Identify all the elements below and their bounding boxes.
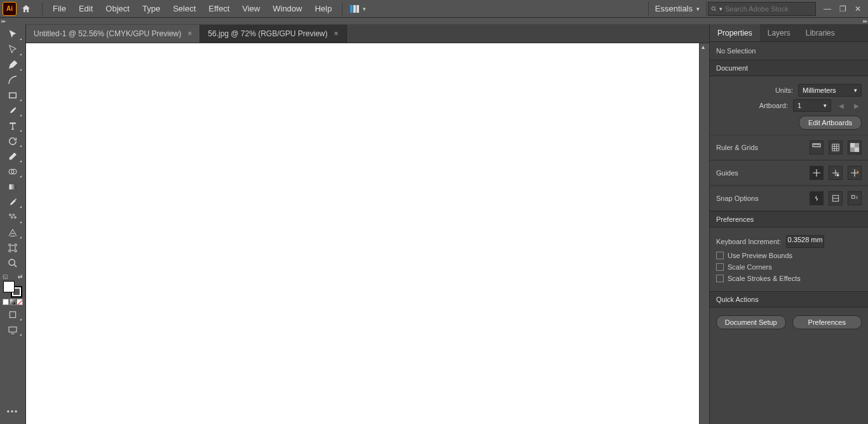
pen-tool[interactable] bbox=[3, 57, 23, 72]
search-stock-box[interactable]: ▾ bbox=[708, 2, 816, 16]
artboard-tool[interactable] bbox=[3, 240, 23, 255]
edit-artboards-button[interactable]: Edit Artboards bbox=[799, 116, 862, 130]
fill-color[interactable] bbox=[3, 281, 15, 292]
color-mode-gradient[interactable] bbox=[10, 299, 16, 305]
home-button[interactable] bbox=[18, 1, 34, 17]
checkbox-icon bbox=[716, 252, 724, 259]
edit-toolbar-button[interactable]: ••• bbox=[4, 405, 22, 419]
color-controls: ◱ ⇄ bbox=[2, 272, 24, 306]
collapse-panel-icon[interactable]: ▸▸ bbox=[863, 18, 867, 24]
selection-status: No Selection bbox=[716, 47, 756, 55]
keyboard-increment-input[interactable]: 0.3528 mm bbox=[786, 235, 824, 248]
transparency-grid-icon[interactable] bbox=[848, 140, 862, 154]
draw-mode-row bbox=[3, 299, 23, 305]
paintbrush-tool[interactable] bbox=[3, 103, 23, 118]
color-mode-none[interactable] bbox=[17, 299, 23, 305]
svg-rect-18 bbox=[855, 147, 859, 152]
svg-rect-5 bbox=[10, 184, 17, 189]
grid-icon[interactable] bbox=[829, 140, 843, 154]
menu-effect[interactable]: Effect bbox=[202, 1, 236, 16]
curvature-tool[interactable] bbox=[3, 72, 23, 87]
symbol-sprayer-tool[interactable] bbox=[3, 210, 23, 224]
search-input[interactable] bbox=[725, 5, 813, 13]
default-colors-icon[interactable]: ◱ bbox=[3, 273, 8, 280]
zoom-tool[interactable] bbox=[3, 256, 23, 270]
snap-options-label: Snap Options bbox=[716, 195, 759, 202]
gradient-tool[interactable] bbox=[3, 179, 23, 194]
svg-rect-14 bbox=[9, 327, 17, 332]
swap-colors-icon[interactable]: ⇄ bbox=[18, 273, 23, 280]
menu-view[interactable]: View bbox=[236, 1, 266, 16]
chevron-down-icon: ▾ bbox=[824, 102, 827, 109]
chevron-down-icon: ▾ bbox=[696, 6, 700, 12]
menu-object[interactable]: Object bbox=[99, 1, 136, 16]
panel-tab-libraries[interactable]: Libraries bbox=[798, 24, 843, 41]
panel-tab-layers[interactable]: Layers bbox=[760, 24, 798, 41]
close-icon[interactable]: × bbox=[187, 29, 192, 38]
separator bbox=[342, 3, 342, 15]
maximize-button[interactable]: ❐ bbox=[835, 3, 850, 15]
separator bbox=[42, 3, 43, 15]
svg-point-0 bbox=[712, 6, 715, 10]
selection-tool[interactable] bbox=[3, 27, 23, 41]
document-tab-bar: Untitled-1 @ 52.56% (CMYK/GPU Preview) ×… bbox=[26, 24, 709, 43]
rotate-tool[interactable] bbox=[3, 133, 23, 148]
svg-rect-21 bbox=[851, 195, 855, 198]
close-button[interactable]: ✕ bbox=[850, 3, 865, 15]
menu-window[interactable]: Window bbox=[266, 1, 308, 16]
document-tab[interactable]: Untitled-1 @ 52.56% (CMYK/GPU Preview) × bbox=[26, 25, 200, 43]
arrange-documents-button[interactable]: ▾ bbox=[346, 4, 370, 14]
keyboard-increment-label: Keyboard Increment: bbox=[716, 238, 781, 245]
artboard-select[interactable]: 1 ▾ bbox=[793, 99, 831, 112]
svg-point-19 bbox=[837, 174, 839, 176]
lock-guides-icon[interactable] bbox=[829, 166, 843, 180]
units-select[interactable]: Millimeters ▾ bbox=[798, 84, 862, 97]
color-mode-solid[interactable] bbox=[3, 299, 9, 305]
fill-stroke-swatch[interactable] bbox=[3, 281, 22, 297]
check-use-preview-bounds[interactable]: Use Preview Bounds bbox=[716, 252, 862, 259]
preferences-button[interactable]: Preferences bbox=[792, 315, 862, 329]
menu-edit[interactable]: Edit bbox=[72, 1, 99, 16]
workspace-label: Essentials bbox=[655, 4, 693, 13]
vertical-scrollbar[interactable] bbox=[699, 43, 709, 424]
canvas[interactable] bbox=[26, 43, 699, 424]
svg-line-1 bbox=[715, 10, 716, 11]
snap-to-point-icon[interactable] bbox=[810, 191, 824, 205]
menu-file[interactable]: File bbox=[46, 1, 72, 16]
ruler-icon[interactable] bbox=[810, 140, 824, 154]
perspective-grid-tool[interactable] bbox=[3, 225, 23, 240]
next-artboard-button[interactable]: ▶ bbox=[851, 102, 862, 109]
screen-mode-button[interactable] bbox=[3, 322, 23, 337]
eyedropper-tool[interactable] bbox=[3, 195, 23, 209]
expand-toolbar-icon[interactable]: ▸▸ bbox=[1, 18, 5, 24]
menu-type[interactable]: Type bbox=[136, 1, 166, 16]
section-quick-actions-heading: Quick Actions bbox=[710, 291, 868, 308]
draw-normal-icon[interactable] bbox=[3, 307, 23, 322]
close-icon[interactable]: × bbox=[334, 29, 339, 38]
menu-help[interactable]: Help bbox=[308, 1, 338, 16]
prev-artboard-button[interactable]: ◀ bbox=[836, 102, 846, 109]
snap-to-pixel-icon[interactable] bbox=[848, 191, 862, 205]
show-guides-icon[interactable] bbox=[810, 166, 824, 180]
check-scale-corners[interactable]: Scale Corners bbox=[716, 263, 862, 271]
document-setup-button[interactable]: Document Setup bbox=[716, 315, 786, 329]
tab-label: 56.jpg @ 72% (RGB/GPU Preview) bbox=[208, 29, 327, 38]
panel-tab-properties[interactable]: Properties bbox=[710, 24, 760, 41]
smart-guides-icon[interactable] bbox=[848, 166, 862, 180]
menubar: Ai File Edit Object Type Select Effect V… bbox=[0, 0, 868, 18]
direct-selection-tool[interactable] bbox=[3, 42, 23, 57]
type-tool[interactable] bbox=[3, 118, 23, 133]
shape-builder-tool[interactable] bbox=[3, 164, 23, 179]
app-logo-icon: Ai bbox=[3, 2, 17, 16]
eraser-tool[interactable] bbox=[3, 149, 23, 163]
check-scale-strokes-effects[interactable]: Scale Strokes & Effects bbox=[716, 275, 862, 282]
snap-to-grid-icon[interactable] bbox=[829, 191, 843, 205]
document-tab[interactable]: 56.jpg @ 72% (RGB/GPU Preview) × bbox=[200, 25, 346, 43]
search-icon bbox=[711, 5, 717, 13]
menu-select[interactable]: Select bbox=[166, 1, 202, 16]
window-controls: — ❐ ✕ bbox=[820, 3, 865, 15]
document-area: Untitled-1 @ 52.56% (CMYK/GPU Preview) ×… bbox=[26, 24, 709, 424]
minimize-button[interactable]: — bbox=[820, 3, 835, 15]
rectangle-tool[interactable] bbox=[3, 88, 23, 102]
workspace-switcher[interactable]: Essentials ▾ bbox=[648, 1, 707, 16]
